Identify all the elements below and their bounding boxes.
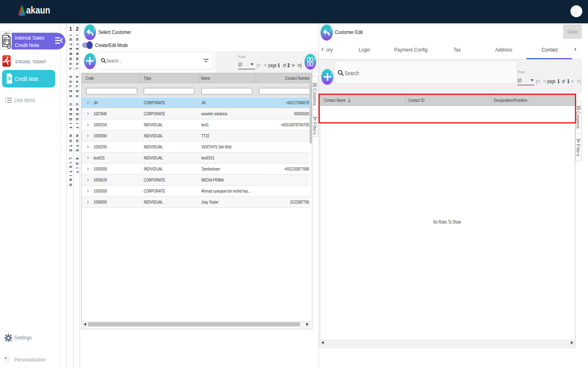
svg-text:$: $ — [8, 76, 11, 81]
